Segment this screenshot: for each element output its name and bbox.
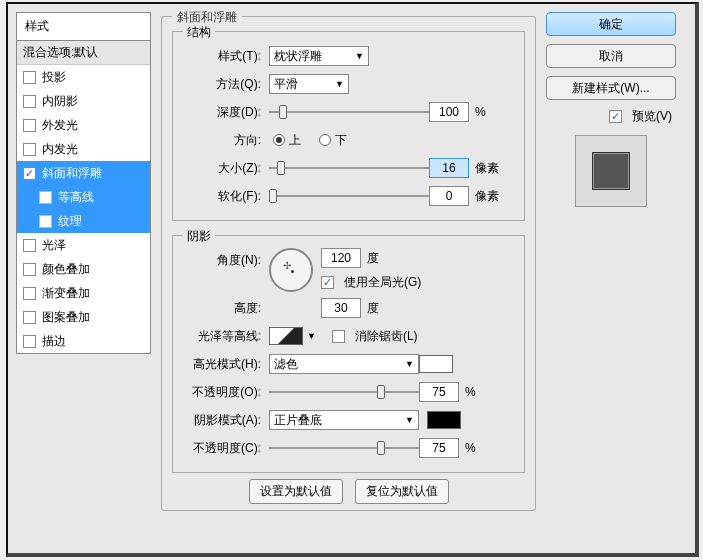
blend-options-label: 混合选项:默认: [23, 44, 98, 61]
ok-button[interactable]: 确定: [546, 12, 676, 36]
direction-label: 方向:: [181, 132, 261, 149]
soften-unit: 像素: [475, 188, 499, 205]
chevron-down-icon: ▼: [355, 51, 364, 61]
preview-checkbox[interactable]: [609, 110, 622, 123]
highlight-mode-select[interactable]: 滤色 ▼: [269, 354, 419, 374]
style-satin[interactable]: 光泽: [17, 233, 150, 257]
shadow-color-swatch[interactable]: [427, 411, 461, 429]
depth-slider[interactable]: [269, 103, 429, 121]
depth-input[interactable]: 100: [429, 102, 469, 122]
style-bevel-emboss[interactable]: 斜面和浮雕: [17, 161, 150, 185]
direction-down-radio[interactable]: [319, 134, 331, 146]
method-label: 方法(Q):: [181, 76, 261, 93]
size-slider[interactable]: [269, 159, 429, 177]
gloss-contour-picker[interactable]: [269, 327, 303, 345]
set-default-button[interactable]: 设置为默认值: [249, 479, 343, 504]
highlight-color-swatch[interactable]: [419, 355, 453, 373]
checkbox-bevel-emboss[interactable]: [23, 167, 36, 180]
soften-label: 软化(F):: [181, 188, 261, 205]
altitude-label: 高度:: [181, 300, 261, 317]
style-texture[interactable]: 纹理: [17, 209, 150, 233]
size-unit: 像素: [475, 160, 499, 177]
cancel-button[interactable]: 取消: [546, 44, 676, 68]
angle-dial[interactable]: ✢: [269, 248, 313, 292]
style-color-overlay[interactable]: 颜色叠加: [17, 257, 150, 281]
method-select[interactable]: 平滑 ▼: [269, 74, 349, 94]
chevron-down-icon[interactable]: ▼: [307, 331, 316, 341]
checkbox-pattern-overlay[interactable]: [23, 311, 36, 324]
new-style-button[interactable]: 新建样式(W)...: [546, 76, 676, 100]
blend-options-row[interactable]: 混合选项:默认: [17, 41, 150, 65]
gloss-contour-label: 光泽等高线:: [181, 328, 261, 345]
style-gradient-overlay[interactable]: 渐变叠加: [17, 281, 150, 305]
chevron-down-icon: ▼: [405, 415, 414, 425]
preview-box: [575, 135, 647, 207]
checkbox-color-overlay[interactable]: [23, 263, 36, 276]
angle-input[interactable]: 120: [321, 248, 361, 268]
bevel-emboss-fieldset: 斜面和浮雕 结构 样式(T): 枕状浮雕 ▼ 方法(Q): 平滑 ▼: [161, 16, 536, 511]
highlight-opacity-input[interactable]: 75: [419, 382, 459, 402]
style-outer-glow[interactable]: 外发光: [17, 113, 150, 137]
style-inner-shadow[interactable]: 内阴影: [17, 89, 150, 113]
checkbox-outer-glow[interactable]: [23, 119, 36, 132]
actions-column: 确定 取消 新建样式(W)... 预览(V): [546, 12, 676, 545]
style-select[interactable]: 枕状浮雕 ▼: [269, 46, 369, 66]
shadow-opacity-input[interactable]: 75: [419, 438, 459, 458]
layer-style-dialog: 样式 混合选项:默认 投影 内阴影 外发光 内发光 斜面和浮雕 等高线 纹理 光…: [6, 2, 699, 557]
checkbox-texture[interactable]: [39, 215, 52, 228]
highlight-opacity-unit: %: [465, 385, 476, 399]
preview-label: 预览(V): [632, 108, 672, 125]
style-stroke[interactable]: 描边: [17, 329, 150, 353]
styles-column: 样式 混合选项:默认 投影 内阴影 外发光 内发光 斜面和浮雕 等高线 纹理 光…: [16, 12, 151, 545]
highlight-opacity-label: 不透明度(O):: [181, 384, 261, 401]
altitude-unit: 度: [367, 300, 379, 317]
shadow-opacity-slider[interactable]: [269, 439, 419, 457]
global-light-label: 使用全局光(G): [344, 274, 421, 291]
direction-up-label: 上: [289, 132, 301, 149]
shadow-mode-select[interactable]: 正片叠底 ▼: [269, 410, 419, 430]
chevron-down-icon: ▼: [405, 359, 414, 369]
style-drop-shadow[interactable]: 投影: [17, 65, 150, 89]
altitude-input[interactable]: 30: [321, 298, 361, 318]
size-input[interactable]: 16: [429, 158, 469, 178]
checkbox-stroke[interactable]: [23, 335, 36, 348]
checkbox-satin[interactable]: [23, 239, 36, 252]
preview-inner: [592, 152, 630, 190]
settings-column: 斜面和浮雕 结构 样式(T): 枕状浮雕 ▼ 方法(Q): 平滑 ▼: [161, 12, 536, 545]
highlight-mode-label: 高光模式(H):: [181, 356, 261, 373]
highlight-opacity-slider[interactable]: [269, 383, 419, 401]
direction-up-radio[interactable]: [273, 134, 285, 146]
shadow-opacity-unit: %: [465, 441, 476, 455]
checkbox-contour[interactable]: [39, 191, 52, 204]
global-light-checkbox[interactable]: [321, 276, 334, 289]
shadow-opacity-label: 不透明度(C):: [181, 440, 261, 457]
style-contour[interactable]: 等高线: [17, 185, 150, 209]
depth-label: 深度(D):: [181, 104, 261, 121]
structure-fieldset: 结构 样式(T): 枕状浮雕 ▼ 方法(Q): 平滑 ▼ 深: [172, 31, 525, 221]
checkbox-inner-shadow[interactable]: [23, 95, 36, 108]
angle-cross-icon: ✢: [283, 260, 291, 271]
styles-list-box: 样式 混合选项:默认 投影 内阴影 外发光 内发光 斜面和浮雕 等高线 纹理 光…: [16, 12, 151, 354]
size-label: 大小(Z):: [181, 160, 261, 177]
styles-list: 混合选项:默认 投影 内阴影 外发光 内发光 斜面和浮雕 等高线 纹理 光泽 颜…: [17, 41, 150, 353]
angle-dot-icon: [291, 270, 294, 273]
chevron-down-icon: ▼: [335, 79, 344, 89]
angle-unit: 度: [367, 250, 379, 267]
reset-default-button[interactable]: 复位为默认值: [355, 479, 449, 504]
shading-fieldset: 阴影 角度(N): ✢ 120 度: [172, 235, 525, 473]
styles-header: 样式: [17, 13, 150, 41]
direction-down-label: 下: [335, 132, 347, 149]
checkbox-inner-glow[interactable]: [23, 143, 36, 156]
checkbox-drop-shadow[interactable]: [23, 71, 36, 84]
soften-input[interactable]: 0: [429, 186, 469, 206]
structure-legend: 结构: [183, 24, 215, 41]
style-inner-glow[interactable]: 内发光: [17, 137, 150, 161]
antialias-label: 消除锯齿(L): [355, 328, 418, 345]
shading-legend: 阴影: [183, 228, 215, 245]
antialias-checkbox[interactable]: [332, 330, 345, 343]
checkbox-gradient-overlay[interactable]: [23, 287, 36, 300]
soften-slider[interactable]: [269, 187, 429, 205]
shadow-mode-label: 阴影模式(A):: [181, 412, 261, 429]
style-label: 样式(T):: [181, 48, 261, 65]
style-pattern-overlay[interactable]: 图案叠加: [17, 305, 150, 329]
